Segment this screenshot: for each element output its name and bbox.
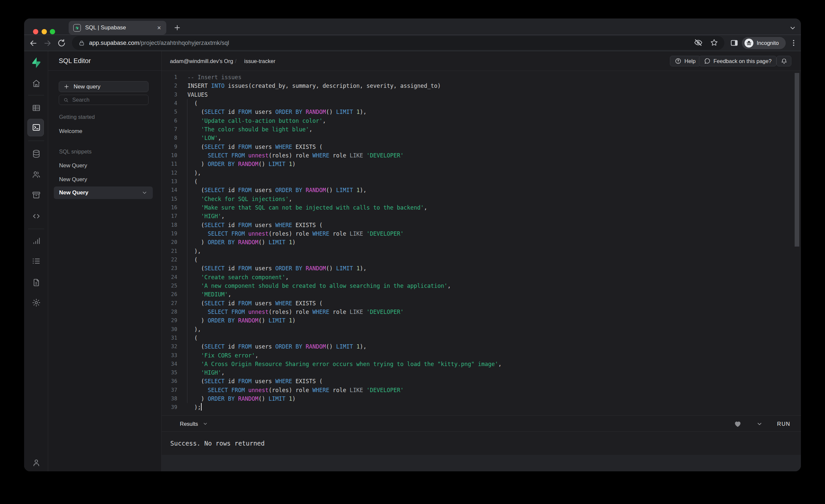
breadcrumb-project[interactable]: issue-tracker (244, 51, 275, 71)
reports-icon[interactable] (32, 236, 41, 245)
code-line: 'HIGH', (188, 212, 502, 220)
url-domain: app.supabase.com (89, 40, 139, 46)
code-line: 'Create search component', (188, 273, 502, 282)
sidebar-item-new-query-1[interactable]: New Query (59, 162, 87, 169)
text-cursor (201, 403, 202, 411)
logs-icon[interactable] (32, 257, 41, 266)
sidebar-item-welcome[interactable]: Welcome (59, 128, 82, 135)
feedback-button[interactable]: Feedback on this page? (699, 56, 776, 66)
help-icon (675, 58, 681, 64)
bell-icon (781, 58, 788, 64)
browser-menu-icon[interactable] (790, 39, 798, 47)
settings-icon[interactable] (32, 298, 41, 307)
notifications-button[interactable] (776, 56, 791, 66)
forward-icon[interactable] (43, 39, 52, 48)
code-line: (SELECT id FROM users WHERE EXISTS ( (188, 221, 502, 229)
sidebar-item-new-query-selected[interactable]: New Query (54, 187, 153, 199)
code-line: 'A Cross Origin Resource Sharing error o… (188, 360, 502, 368)
run-button[interactable]: RUN (777, 421, 791, 427)
database-icon[interactable] (32, 149, 41, 158)
back-icon[interactable] (29, 39, 38, 48)
help-button[interactable]: Help (670, 56, 700, 66)
auth-users-icon[interactable] (32, 170, 41, 179)
run-options-chevron-icon[interactable] (756, 421, 763, 427)
table-editor-icon[interactable] (32, 103, 41, 113)
main-content: adam@windmill.dev's Org / issue-tracker … (162, 51, 801, 471)
code-line: INSERT INTO issues(created_by, summary, … (188, 81, 502, 90)
code-line: (SELECT id FROM users ORDER BY RANDOM() … (188, 342, 502, 351)
section-label-getting-started: Getting started (59, 114, 95, 120)
storage-icon[interactable] (32, 191, 41, 200)
code-line: ), (188, 169, 502, 177)
supabase-logo[interactable] (30, 57, 39, 66)
incognito-badge: Incognito (742, 37, 786, 49)
feedback-button-label: Feedback on this page? (714, 58, 771, 64)
breadcrumb-org[interactable]: adam@windmill.dev's Org (170, 51, 233, 71)
code-line: 'A new component should be created to al… (188, 282, 502, 290)
editor-scrollbar[interactable] (795, 73, 799, 246)
search-box[interactable] (59, 95, 149, 105)
code-line: -- Insert issues (188, 73, 502, 81)
code-line: ( (188, 177, 502, 186)
tab-title: SQL | Supabase (85, 24, 156, 31)
new-query-button-label: New query (74, 83, 100, 90)
code-line: ) ORDER BY RANDOM() LIMIT 1) (188, 316, 502, 325)
code-line: ), (188, 325, 502, 334)
success-message: Success. No rows returned (170, 440, 265, 447)
code-line: (SELECT id FROM users ORDER BY RANDOM() … (188, 107, 502, 116)
project-header: adam@windmill.dev's Org / issue-tracker … (162, 51, 801, 71)
browser-tab[interactable]: SQL | Supabase × (69, 21, 166, 34)
window-minimize-button[interactable] (42, 29, 47, 34)
eye-off-icon[interactable] (694, 38, 702, 47)
code-lines: -- Insert issuesINSERT INTO issues(creat… (188, 73, 502, 412)
code-line: ( (188, 99, 502, 107)
results-output: Success. No rows returned (162, 432, 801, 455)
code-line: (SELECT id FROM users WHERE EXISTS ( (188, 143, 502, 151)
window-zoom-button[interactable] (50, 29, 55, 34)
url-path: /project/azahtnhqohyjerzaxtmk/sql (139, 40, 229, 46)
browser-tab-strip: SQL | Supabase × (24, 18, 801, 34)
account-icon[interactable] (32, 458, 41, 467)
code-line: (SELECT id FROM users ORDER BY RANDOM() … (188, 186, 502, 195)
query-panel: SQL Editor New query Getting started Wel… (48, 51, 162, 471)
new-query-button[interactable]: New query (59, 81, 149, 92)
incognito-icon (745, 39, 753, 48)
supabase-app: SQL Editor New query Getting started Wel… (24, 51, 801, 471)
docs-icon[interactable] (32, 278, 41, 287)
sql-editor-icon[interactable] (32, 123, 41, 132)
breadcrumb-separator: / (235, 51, 237, 71)
code-line: ) ORDER BY RANDOM() LIMIT 1) (188, 160, 502, 168)
code-line: ( (188, 334, 502, 342)
new-tab-icon[interactable] (173, 23, 181, 32)
code-line: ( (188, 256, 502, 264)
code-line: 'Fix CORS error', (188, 351, 502, 360)
tab-close-icon[interactable]: × (156, 24, 162, 31)
query-panel-header: SQL Editor (48, 51, 162, 71)
sidebar-item-new-query-2[interactable]: New Query (59, 176, 87, 183)
tab-search-chevron-icon[interactable] (789, 24, 796, 32)
favorite-heart-icon[interactable] (734, 420, 742, 428)
code-line: (SELECT id FROM users WHERE EXISTS ( (188, 299, 502, 308)
results-dropdown[interactable]: Results (180, 416, 208, 432)
search-input[interactable] (72, 97, 138, 103)
bookmark-star-icon[interactable] (710, 38, 719, 47)
sql-code-editor[interactable]: 1234567891011121314151617181920212223242… (162, 71, 801, 415)
search-icon (63, 97, 69, 103)
section-label-sql-snippets: SQL snippets (59, 149, 91, 155)
code-line: 'HIGH', (188, 368, 502, 377)
home-icon[interactable] (32, 79, 41, 88)
code-line: SELECT FROM unnest(roles) role WHERE rol… (188, 229, 502, 238)
url-bar[interactable]: app.supabase.com/project/azahtnhqohyjerz… (72, 36, 724, 50)
code-line: 'Make sure that SQL can not be injected … (188, 203, 502, 212)
results-label: Results (180, 421, 198, 427)
code-line: 'Update call-to-action button color', (188, 117, 502, 125)
window-close-button[interactable] (33, 29, 38, 34)
code-line: SELECT FROM unnest(roles) role WHERE rol… (188, 386, 502, 394)
chevron-down-icon[interactable] (142, 190, 148, 196)
code-line: 'MEDIUM', (188, 290, 502, 299)
url-text: app.supabase.com/project/azahtnhqohyjerz… (89, 40, 229, 47)
side-panel-icon[interactable] (730, 39, 739, 47)
lock-icon (79, 40, 85, 46)
api-code-icon[interactable] (32, 212, 41, 221)
reload-icon[interactable] (57, 39, 66, 48)
